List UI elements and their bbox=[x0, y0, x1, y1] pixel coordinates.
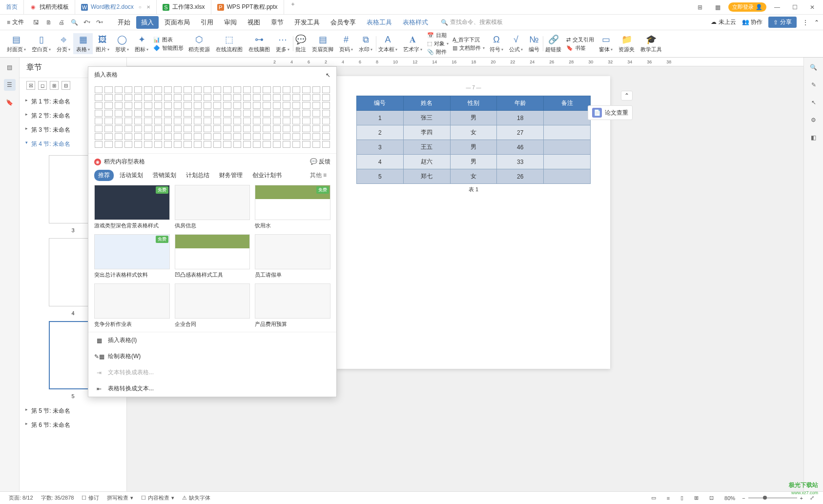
grid-cell[interactable] bbox=[312, 102, 320, 109]
menutab-view[interactable]: 视图 bbox=[243, 16, 265, 29]
grid-cell[interactable] bbox=[134, 118, 142, 124]
table-cell[interactable]: 女 bbox=[450, 169, 497, 184]
grid-cell[interactable] bbox=[204, 94, 211, 101]
rb-blank[interactable]: ▯空白页▾ bbox=[29, 33, 54, 54]
sbtool-4[interactable]: ⊟ bbox=[62, 81, 70, 90]
rb-header[interactable]: ▤页眉页脚 bbox=[309, 33, 336, 54]
tab-sheet[interactable]: S工作簿3.xlsx bbox=[157, 0, 211, 14]
sb-view-4[interactable]: ⊞ bbox=[690, 495, 702, 501]
grid-cell[interactable] bbox=[134, 125, 142, 132]
table-cell[interactable]: 4 bbox=[357, 155, 404, 169]
th-3[interactable]: 性别 bbox=[450, 96, 497, 111]
chapter-6[interactable]: 第 6 节: 未命名 bbox=[20, 418, 126, 432]
grid-cell[interactable] bbox=[104, 94, 112, 101]
grid-cell[interactable] bbox=[134, 94, 142, 101]
grid-cell[interactable] bbox=[322, 133, 330, 140]
grid-cell[interactable] bbox=[223, 118, 231, 124]
grid-cell[interactable] bbox=[134, 102, 142, 109]
menu-insert-table[interactable]: ▦插入表格(I) bbox=[88, 332, 336, 348]
grid-cell[interactable] bbox=[243, 86, 251, 93]
grid-cell[interactable] bbox=[263, 118, 270, 124]
tab-home[interactable]: 首页 bbox=[0, 0, 24, 14]
rb-object[interactable]: ⬚ 对象▾ bbox=[427, 40, 449, 47]
grid-cell[interactable] bbox=[154, 94, 162, 101]
grid-cell[interactable] bbox=[174, 94, 182, 101]
sb-rev[interactable]: ☐ 修订 bbox=[78, 494, 103, 502]
grid-cell[interactable] bbox=[194, 94, 202, 101]
grid-cell[interactable] bbox=[174, 86, 182, 93]
grid-cell[interactable] bbox=[184, 133, 191, 140]
rb-watermark[interactable]: ⧉水印▾ bbox=[356, 33, 375, 54]
grid-cell[interactable] bbox=[283, 118, 290, 124]
grid-cell[interactable] bbox=[154, 141, 162, 148]
tmpl-7[interactable]: 竞争分析作业表 bbox=[94, 283, 170, 328]
grid-cell[interactable] bbox=[164, 110, 172, 117]
grid-cell[interactable] bbox=[144, 118, 152, 124]
rb-dropcap[interactable]: A͟ 首字下沉 bbox=[453, 36, 485, 43]
print-icon[interactable]: 🖨 bbox=[56, 17, 67, 28]
grid-cell[interactable] bbox=[273, 110, 281, 117]
rb-attach[interactable]: 📎 附件 bbox=[427, 48, 449, 56]
sb-view-1[interactable]: ▭ bbox=[647, 495, 660, 501]
tmpl-8[interactable]: 企业合同 bbox=[175, 283, 250, 328]
grid-cell[interactable] bbox=[273, 133, 281, 140]
chapter-5[interactable]: 第 5 节: 未命名 bbox=[20, 404, 126, 418]
grid-cell[interactable] bbox=[164, 118, 172, 124]
tmpl-3[interactable]: 免费饮用水 bbox=[255, 185, 330, 229]
grid-cell[interactable] bbox=[253, 94, 261, 101]
grid-cell[interactable] bbox=[144, 133, 152, 140]
grid-cell[interactable] bbox=[194, 141, 202, 148]
grid-cell[interactable] bbox=[243, 118, 251, 124]
grid-cell[interactable] bbox=[312, 133, 320, 140]
grid-cell[interactable] bbox=[233, 102, 241, 109]
grid-cell[interactable] bbox=[124, 102, 132, 109]
table-cell[interactable] bbox=[544, 111, 591, 125]
grid-cell[interactable] bbox=[115, 94, 123, 101]
grid-cell[interactable] bbox=[124, 118, 132, 124]
grid-cell[interactable] bbox=[104, 125, 112, 132]
grid-cell[interactable] bbox=[213, 102, 221, 109]
sb-words[interactable]: 字数: 35/2878 bbox=[37, 494, 78, 502]
table-cell[interactable]: 33 bbox=[497, 155, 544, 169]
grid-cell[interactable] bbox=[292, 133, 300, 140]
grid-cell[interactable] bbox=[194, 110, 202, 117]
grid-cell[interactable] bbox=[174, 110, 182, 117]
rb-more[interactable]: ⋯更多▾ bbox=[273, 33, 292, 54]
table-cell[interactable]: 赵六 bbox=[403, 155, 450, 169]
grid-cell[interactable] bbox=[253, 125, 261, 132]
grid-cell[interactable] bbox=[134, 141, 142, 148]
grid-cell[interactable] bbox=[95, 133, 103, 140]
menutab-ref[interactable]: 引用 bbox=[196, 16, 218, 29]
grid-cell[interactable] bbox=[302, 102, 310, 109]
grid-cell[interactable] bbox=[233, 133, 241, 140]
table-cell[interactable]: 李四 bbox=[403, 125, 450, 140]
grid-cell[interactable] bbox=[115, 86, 123, 93]
grid-cell[interactable] bbox=[184, 86, 191, 93]
grid-cell[interactable] bbox=[184, 102, 191, 109]
table-cell[interactable]: 张三 bbox=[403, 111, 450, 125]
rb-break[interactable]: ⎆分页▾ bbox=[54, 33, 73, 54]
grid-cell[interactable] bbox=[154, 133, 162, 140]
grid-cell[interactable] bbox=[115, 102, 123, 109]
grid-cell[interactable] bbox=[273, 118, 281, 124]
grid-cell[interactable] bbox=[124, 110, 132, 117]
rb-flow[interactable]: ⬚在线流程图 bbox=[213, 33, 246, 54]
ttab-0[interactable]: 推荐 bbox=[94, 170, 114, 181]
grid-cell[interactable] bbox=[164, 86, 172, 93]
grid-cell[interactable] bbox=[184, 118, 191, 124]
grid-cell[interactable] bbox=[134, 133, 142, 140]
share-button[interactable]: ⇧ 分享 bbox=[768, 17, 797, 28]
grid-cell[interactable] bbox=[302, 125, 310, 132]
grid-cell[interactable] bbox=[164, 125, 172, 132]
grid-cell[interactable] bbox=[194, 133, 202, 140]
grid-cell[interactable] bbox=[154, 125, 162, 132]
ruler[interactable]: 2462468101214161820222426283032343638 bbox=[127, 58, 803, 66]
file-menu[interactable]: ≡ 文件 bbox=[4, 18, 27, 26]
grid-cell[interactable] bbox=[253, 133, 261, 140]
rb-cover[interactable]: ▤封面页▾ bbox=[4, 33, 29, 54]
grid-cell[interactable] bbox=[154, 110, 162, 117]
menu-draw-table[interactable]: ✎▦绘制表格(W) bbox=[88, 348, 336, 364]
grid-cell[interactable] bbox=[204, 86, 211, 93]
apps-icon[interactable]: ▦ bbox=[711, 2, 724, 12]
rb-resource[interactable]: 📁资源夹 bbox=[616, 33, 638, 54]
